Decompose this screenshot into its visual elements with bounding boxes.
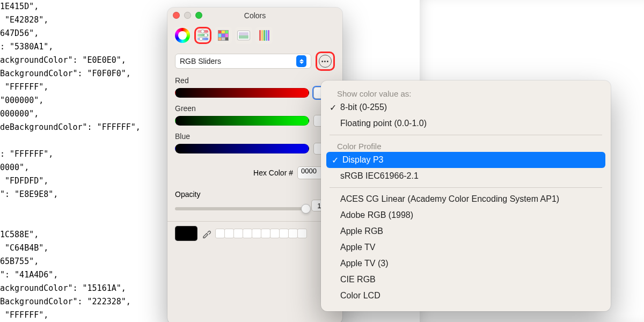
slider-mode-dropdown[interactable]: RGB Sliders [175, 54, 311, 69]
hex-label: Hex Color # [253, 169, 293, 177]
profile-applergb-item[interactable]: Apple RGB [324, 223, 608, 239]
profile-aces-item[interactable]: ACES CG Linear (Academy Color Encoding S… [324, 191, 608, 207]
color-options-popup: Show color value as: 8-bit (0-255) Float… [321, 80, 611, 311]
palettes-mode-button[interactable] [215, 27, 232, 44]
minimize-window-button[interactable] [184, 12, 191, 19]
colors-window: Colors RGB Sliders [167, 8, 342, 322]
close-window-button[interactable] [173, 12, 180, 19]
red-label: Red [175, 76, 335, 85]
sliders-mode-button[interactable] [194, 27, 211, 44]
titlebar: Colors [167, 8, 342, 24]
green-label: Green [175, 104, 335, 113]
updown-caret-icon [296, 55, 306, 67]
current-color-swatch[interactable] [175, 226, 197, 241]
window-title: Colors [244, 11, 266, 20]
image-icon [238, 31, 250, 40]
ellipsis-icon: ••• [321, 58, 330, 64]
opacity-slider[interactable] [175, 207, 307, 210]
profile-srgb-item[interactable]: sRGB IEC61966-2.1 [324, 168, 608, 184]
profile-appletv3-item[interactable]: Apple TV (3) [324, 255, 608, 272]
pencils-icon [259, 30, 269, 41]
color-picker-modes-toolbar [167, 24, 342, 49]
zoom-window-button[interactable] [195, 12, 202, 19]
value-format-float-item[interactable]: Floating point (0.0-1.0) [324, 115, 608, 131]
opacity-slider-knob[interactable] [301, 204, 311, 214]
menu-separator [330, 135, 602, 135]
green-slider[interactable] [175, 116, 309, 126]
profile-display-p3-item[interactable]: Display P3 [326, 152, 605, 168]
blue-label: Blue [175, 132, 335, 141]
swatch-wells[interactable] [216, 229, 307, 238]
profile-cie-item[interactable]: CIE RGB [324, 272, 608, 288]
color-wheel-mode-button[interactable] [174, 27, 191, 44]
menu-separator [330, 187, 602, 188]
value-format-8bit-item[interactable]: 8-bit (0-255) [324, 99, 608, 115]
opacity-label: Opacity [175, 190, 200, 199]
divider [167, 221, 342, 222]
red-slider[interactable] [175, 88, 309, 98]
blue-slider[interactable] [175, 144, 309, 153]
palette-icon [218, 30, 229, 41]
profile-adobe-item[interactable]: Adobe RGB (1998) [324, 207, 608, 223]
eyedropper-icon[interactable] [202, 229, 211, 238]
color-profile-section-title: Color Profile [324, 138, 608, 152]
image-mode-button[interactable] [235, 27, 252, 44]
color-options-button[interactable]: ••• [319, 55, 332, 68]
dropdown-value: RGB Sliders [180, 57, 221, 65]
color-wheel-icon [175, 28, 190, 43]
pencils-mode-button[interactable] [255, 27, 273, 44]
value-format-section-title: Show color value as: [324, 86, 608, 99]
sliders-icon [197, 30, 208, 41]
profile-colorlcd-item[interactable]: Color LCD [324, 288, 608, 304]
code-editor-snippet: 1E415D", "E42828", 647D56", : "5380A1", … [0, 0, 161, 322]
profile-appletv-item[interactable]: Apple TV [324, 239, 608, 255]
